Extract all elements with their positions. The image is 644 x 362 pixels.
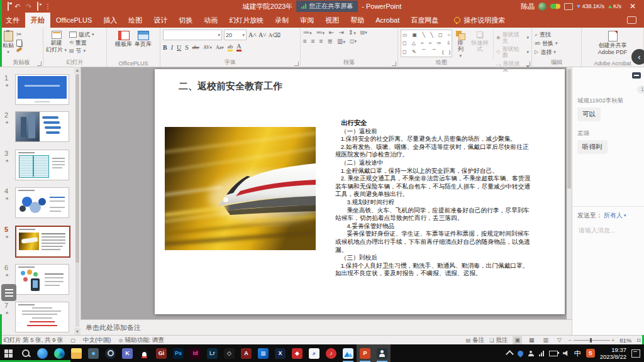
language-indicator[interactable]: 中文(中国) — [83, 336, 111, 344]
slide-thumbnail-3[interactable]: 3 ★ — [15, 150, 68, 179]
notes-pane[interactable]: 单击此处添加备注 — [80, 319, 572, 336]
tab-file[interactable]: 文件 — [0, 13, 25, 28]
train-image[interactable] — [165, 127, 316, 250]
reading-view-button[interactable]: ▥ — [541, 336, 551, 344]
char-spacing-icon[interactable]: AV▾ — [203, 45, 212, 50]
grow-font-icon[interactable]: A˄ — [248, 31, 257, 38]
taskbar-blue-app[interactable]: ▦ — [255, 344, 272, 362]
scroll-up-icon[interactable]: ▲ — [74, 67, 80, 74]
create-pdf-button[interactable]: 创建并共享 Adobe PDF — [598, 30, 628, 59]
taskbar-photoshop[interactable]: Ps — [170, 344, 187, 362]
tab-animations[interactable]: 动画 — [198, 13, 223, 28]
slide-thumbnail-4[interactable]: 4 ★ — [15, 187, 68, 217]
taskbar-indesign[interactable]: Id — [187, 344, 204, 362]
sogou-ime-icon[interactable]: S — [586, 349, 595, 358]
taskbar-magnifier-app[interactable]: ⌕ — [306, 344, 323, 362]
new-slide-button[interactable]: 新建 幻灯片 ▾ — [46, 30, 67, 59]
user-tray-icon[interactable] — [528, 351, 534, 356]
zoom-out-icon[interactable]: − — [569, 337, 572, 343]
tab-home[interactable]: 开始 — [25, 13, 50, 28]
tab-baidu-netdisk[interactable]: 百度网盘 — [405, 13, 444, 28]
slide-thumbnail-7[interactable]: 7 ★ — [15, 302, 68, 331]
cut-icon[interactable]: ✂ — [16, 31, 22, 38]
tab-acrobat[interactable]: Acrobat — [370, 13, 405, 28]
slide-thumbnail-2[interactable]: 2 ★ — [15, 111, 68, 141]
comments-toggle[interactable]: ❏批注 — [489, 336, 508, 344]
tab-draw[interactable]: 绘图 — [123, 13, 148, 28]
increase-indent-icon[interactable]: ⇥ — [338, 30, 343, 36]
strikethrough-icon[interactable]: abc — [192, 45, 199, 50]
tell-me-search[interactable]: 操作说明搜索 — [454, 13, 505, 28]
avatar[interactable] — [538, 3, 547, 11]
taskbar-quark-browser[interactable] — [34, 344, 51, 362]
taskbar-search-button[interactable] — [17, 344, 34, 362]
taskbar-lightroom[interactable]: Lr — [204, 344, 221, 362]
taskbar-red-app[interactable]: ◆ — [289, 344, 306, 362]
taskbar-steam[interactable] — [102, 344, 119, 362]
font-dialog-launcher[interactable] — [294, 62, 299, 66]
template-library-button[interactable]: 模板库 — [115, 30, 132, 59]
clipboard-dialog-launcher[interactable] — [37, 62, 42, 66]
arrange-button[interactable]: 排列▾ — [455, 30, 466, 59]
slide-canvas[interactable]: 二、返校前安全教育工作 — [155, 69, 565, 314]
slide-sorter-view-button[interactable]: ▦ — [527, 336, 536, 344]
section-button[interactable]: ▤节▾ — [69, 48, 94, 54]
scrollbar-thumb[interactable] — [75, 74, 79, 263]
italic-icon[interactable]: I — [171, 44, 173, 51]
highlight-icon[interactable]: ab — [228, 43, 233, 52]
layout-button[interactable]: 版式▾ — [69, 31, 94, 38]
start-presentation-icon[interactable] — [37, 3, 38, 10]
slide-body-text[interactable]: 出行安全 （一）返校前 1.保持安全的社交距离。尽量避免去人员密集的场所，减少聚… — [335, 119, 535, 278]
tab-view[interactable]: 视图 — [319, 13, 345, 28]
tab-transitions[interactable]: 切换 — [173, 13, 198, 28]
display-icon[interactable] — [564, 3, 573, 10]
tab-officeplus[interactable]: OfficePLUS — [50, 13, 97, 28]
screen-sharing-banner[interactable]: 您正在共享屏幕 — [296, 1, 358, 12]
smartart-convert-icon[interactable]: ◫▾ — [350, 39, 357, 44]
chat-bubble-icon[interactable] — [632, 72, 641, 79]
taskbar-capcut[interactable]: ◇ — [221, 344, 238, 362]
taskbar-powerpoint[interactable]: P — [357, 344, 374, 362]
columns-icon[interactable]: ▥▾ — [337, 38, 345, 45]
annotation-toolbar-button[interactable] — [1, 284, 16, 301]
text-shadow-icon[interactable]: S — [185, 44, 189, 51]
normal-view-button[interactable]: ▣ — [513, 336, 522, 344]
canvas-scrollbar[interactable] — [567, 67, 572, 335]
taskbar-x-app[interactable]: X — [272, 344, 289, 362]
align-left-icon[interactable]: ≡ — [303, 38, 307, 45]
format-painter-icon[interactable] — [16, 47, 23, 52]
quick-styles-button[interactable]: ❏ 快速样式 — [469, 30, 491, 59]
select-button[interactable]: ▷选择▾ — [535, 49, 557, 55]
copy-icon[interactable] — [16, 40, 22, 47]
find-button[interactable]: ⌕查找 — [535, 31, 557, 38]
tab-help[interactable]: 帮助 — [345, 13, 370, 28]
battery-icon[interactable] — [549, 351, 558, 356]
line-spacing-icon[interactable]: ⇕▾ — [348, 30, 356, 36]
ime-indicator[interactable]: 中 — [574, 349, 581, 358]
zoom-slider-thumb[interactable] — [590, 338, 592, 343]
change-case-icon[interactable]: Aa▾ — [216, 45, 224, 50]
taskbar-netease-music[interactable]: ♪ — [323, 344, 340, 362]
redo-icon[interactable]: ↷ — [26, 3, 31, 10]
close-icon[interactable]: ✕ — [625, 2, 640, 11]
drawing-dialog-launcher[interactable] — [526, 62, 530, 66]
fit-to-window-icon[interactable]: ⊡ — [636, 337, 641, 343]
numbering-icon[interactable]: ≕▾ — [316, 30, 325, 36]
paragraph-dialog-launcher[interactable] — [392, 62, 396, 66]
collapse-panel-button[interactable]: ‹ — [631, 49, 644, 65]
tab-slideshow[interactable]: 幻灯片放映 — [223, 13, 269, 28]
taskbar-git-app[interactable]: Gi — [153, 344, 170, 362]
font-name-combo[interactable]: ▾ — [163, 30, 222, 40]
page-library-button[interactable]: 单页库 — [135, 30, 152, 59]
notes-toggle[interactable]: ▤备注 — [466, 336, 485, 344]
align-center-icon[interactable]: ≡ — [311, 38, 315, 45]
thumbnail-scrollbar[interactable]: ▲ ▼ — [74, 67, 80, 335]
clear-format-icon[interactable]: A⌫ — [269, 32, 280, 38]
hidden-icons-chevron[interactable] — [506, 350, 514, 358]
slide-thumbnail-5-selected[interactable]: 5 ★ — [15, 226, 68, 255]
scroll-down-icon[interactable]: ▼ — [74, 328, 80, 335]
comments-bubble-icon[interactable] — [627, 16, 636, 24]
taskbar-file-explorer[interactable] — [68, 344, 85, 362]
taskbar-keep-app[interactable]: K — [119, 344, 136, 362]
scrollbar-thumb[interactable] — [567, 69, 571, 189]
